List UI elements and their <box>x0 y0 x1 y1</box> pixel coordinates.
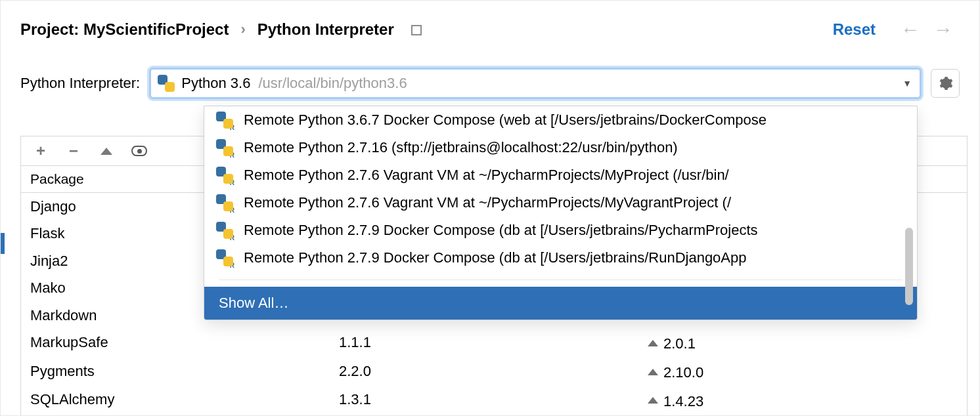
dropdown-separator <box>219 280 902 280</box>
dropdown-item-label: Remote Python 2.7.6 Vagrant VM at ~/Pych… <box>244 194 731 211</box>
package-latest: 1.4.23 <box>638 386 967 415</box>
package-version: 1.1.1 <box>330 329 638 358</box>
dropdown-item-label: Remote Python 2.7.9 Docker Compose (db a… <box>244 222 758 239</box>
dropdown-item[interactable]: RRemote Python 2.7.6 Vagrant VM at ~/Pyc… <box>204 189 917 217</box>
dropdown-item[interactable]: RRemote Python 2.7.9 Docker Compose (db … <box>204 244 917 272</box>
package-version: 2.2.0 <box>330 358 638 386</box>
chevron-right-icon: › <box>240 21 245 38</box>
dropdown-item[interactable]: RRemote Python 3.6.7 Docker Compose (web… <box>204 106 917 134</box>
interpreter-selected-path: /usr/local/bin/python3.6 <box>258 75 407 92</box>
upgrade-available-icon <box>648 397 658 404</box>
package-latest: 2.0.1 <box>638 329 967 358</box>
table-row[interactable]: Pygments2.2.02.10.0 <box>21 358 967 386</box>
python-remote-icon: R <box>216 194 233 211</box>
python-remote-icon: R <box>216 249 233 266</box>
package-name: SQLAlchemy <box>21 386 330 415</box>
add-package-button[interactable]: + <box>33 143 49 159</box>
chevron-down-icon: ▼ <box>902 78 913 89</box>
upgrade-package-button[interactable] <box>99 143 114 159</box>
package-name: MarkupSafe <box>21 329 330 358</box>
dropdown-item[interactable]: RRemote Python 2.7.16 (sftp://jetbrains@… <box>204 134 917 161</box>
package-latest: 2.10.0 <box>638 358 967 386</box>
table-row[interactable]: MarkupSafe1.1.12.0.1 <box>21 329 967 358</box>
dropdown-item[interactable]: RRemote Python 2.7.6 Vagrant VM at ~/Pyc… <box>204 161 917 189</box>
dropdown-item-label: Remote Python 3.6.7 Docker Compose (web … <box>244 112 767 129</box>
package-latest-value: 2.0.1 <box>663 331 696 356</box>
dropdown-item-label: Remote Python 2.7.6 Vagrant VM at ~/Pych… <box>244 167 729 184</box>
dropdown-scrollbar[interactable] <box>905 110 913 313</box>
interpreter-combobox[interactable]: Python 3.6 /usr/local/bin/python3.6 ▼ <box>149 68 922 99</box>
package-latest-value: 1.4.23 <box>663 389 703 413</box>
python-icon <box>158 75 175 92</box>
dropdown-item-label: Remote Python 2.7.16 (sftp://jetbrains@l… <box>244 139 678 156</box>
upgrade-available-icon <box>648 369 658 375</box>
settings-header: Project: MyScientificProject › Python In… <box>1 1 979 47</box>
package-latest-value: 2.10.0 <box>663 360 703 385</box>
remove-package-button[interactable]: − <box>66 143 81 159</box>
interpreter-settings-button[interactable] <box>931 69 960 98</box>
interpreter-selected-name: Python 3.6 <box>181 75 250 92</box>
separate-window-icon[interactable] <box>411 25 422 35</box>
show-early-releases-button[interactable] <box>131 143 147 159</box>
dropdown-item[interactable]: RRemote Python 2.7.9 Docker Compose (db … <box>204 217 917 244</box>
package-version: 1.3.1 <box>330 386 638 415</box>
breadcrumb-project[interactable]: Project: MyScientificProject <box>20 20 229 39</box>
python-remote-icon: R <box>216 222 233 239</box>
reset-link[interactable]: Reset <box>833 20 876 39</box>
python-remote-icon: R <box>216 139 233 156</box>
dropdown-show-all[interactable]: Show All… <box>204 287 917 320</box>
breadcrumb-page: Python Interpreter <box>257 20 394 39</box>
python-remote-icon: R <box>216 112 233 129</box>
nav-forward-icon[interactable]: → <box>927 20 960 39</box>
dropdown-item-label: Remote Python 2.7.9 Docker Compose (db a… <box>244 249 747 266</box>
breadcrumb: Project: MyScientificProject › Python In… <box>20 20 422 39</box>
gear-icon <box>937 75 953 91</box>
package-name: Pygments <box>21 358 330 386</box>
interpreter-selector-row: Python Interpreter: Python 3.6 /usr/loca… <box>1 47 979 99</box>
selection-indicator <box>1 233 5 254</box>
python-remote-icon: R <box>216 167 233 184</box>
upgrade-available-icon <box>648 340 658 346</box>
interpreter-dropdown-popup: RRemote Python 3.6.7 Docker Compose (web… <box>204 106 918 320</box>
nav-back-icon[interactable]: ← <box>894 20 927 39</box>
interpreter-label: Python Interpreter: <box>20 75 140 92</box>
dropdown-scrollbar-thumb[interactable] <box>905 228 913 304</box>
table-row[interactable]: SQLAlchemy1.3.11.4.23 <box>21 386 967 415</box>
dropdown-show-all-label: Show All… <box>219 295 288 312</box>
